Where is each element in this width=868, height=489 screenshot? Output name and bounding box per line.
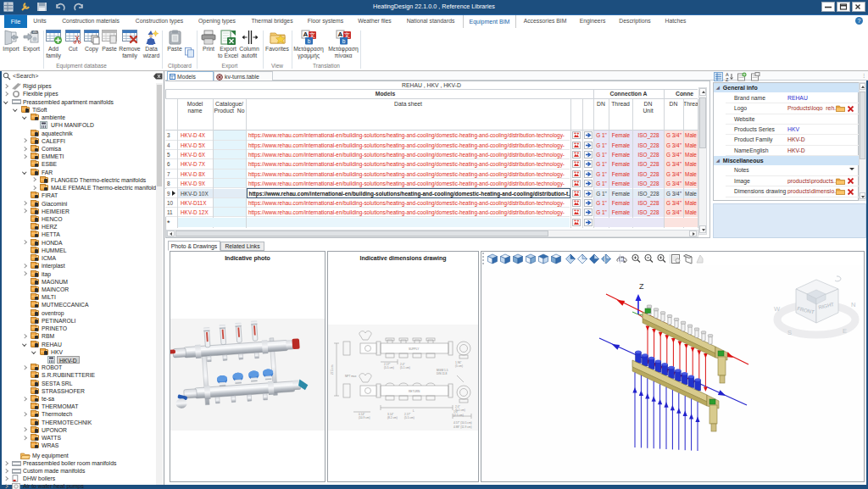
svg-text:(5.5 cm): (5.5 cm): [384, 366, 394, 370]
svg-text:27.5 cm: 27.5 cm: [331, 364, 334, 375]
svg-text:(10.9 cm): (10.9 cm): [359, 416, 370, 420]
svg-text:DIN 11.8: DIN 11.8: [437, 372, 448, 375]
svg-text:(5.1 cm): (5.1 cm): [400, 366, 410, 370]
svg-text:(2.5 cm): (2.5 cm): [453, 414, 464, 417]
svg-text:RETURN: RETURN: [409, 390, 420, 393]
svg-text:Z: Z: [726, 77, 729, 82]
svg-text:(5.5 cm): (5.5 cm): [404, 416, 415, 420]
svg-text:b: b: [342, 38, 345, 44]
svg-text:文: 文: [309, 31, 315, 38]
svg-text:S: S: [787, 329, 792, 336]
svg-text:SUPPLY: SUPPLY: [409, 347, 420, 351]
svg-text:N: N: [851, 301, 855, 308]
svg-text:NPT max: NPT max: [345, 375, 357, 378]
svg-text:Z: Z: [639, 282, 644, 291]
svg-text:4.57" (10.5 cm): 4.57" (10.5 cm): [453, 421, 472, 425]
svg-text:(5.1 cm): (5.1 cm): [455, 408, 465, 412]
svg-text:文: 文: [344, 31, 350, 38]
svg-text:E: E: [843, 327, 847, 335]
svg-text:(5 cm): (5 cm): [455, 364, 463, 368]
svg-text:W: W: [774, 305, 781, 313]
svg-text:b: b: [307, 38, 310, 44]
svg-text:L: L: [413, 409, 415, 413]
svg-text:4.88" (11.9 cm): 4.88" (11.9 cm): [453, 425, 471, 429]
svg-text:(8.2 cm): (8.2 cm): [387, 416, 398, 420]
